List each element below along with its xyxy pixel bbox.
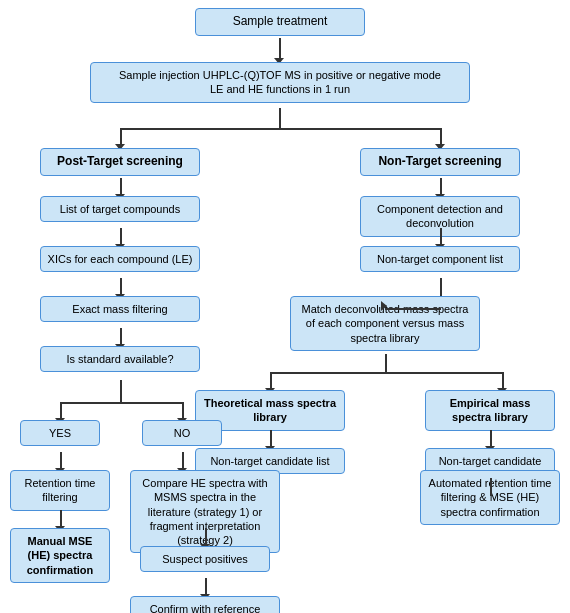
no-box: NO: [142, 420, 222, 446]
non-target-box: Non-Target screening: [360, 148, 520, 176]
non-target-list-box: Non-target component list: [360, 246, 520, 272]
yes-box: YES: [20, 420, 100, 446]
flowchart: Sample treatment Sample injection UHPLC-…: [0, 0, 570, 613]
empirical-library-box: Empirical mass spectra library: [425, 390, 555, 431]
a11h: [60, 402, 182, 404]
a10h: [270, 372, 502, 374]
is-standard-box: Is standard available?: [40, 346, 200, 372]
target-compounds-box: List of target compounds: [40, 196, 200, 222]
xics-box: XICs for each compound (LE): [40, 246, 200, 272]
confirm-standard-box: Confirm with reference standard: [130, 596, 280, 613]
a10: [385, 354, 387, 372]
a8h: [385, 308, 441, 310]
a15: [490, 478, 492, 496]
post-target-box: Post-Target screening: [40, 148, 200, 176]
arrow2: [279, 108, 281, 128]
manual-ms-box: Manual MSE (HE) spectra confirmation: [10, 528, 110, 583]
sample-treatment-box: Sample treatment: [195, 8, 365, 36]
a11: [120, 380, 122, 402]
exact-mass-box: Exact mass filtering: [40, 296, 200, 322]
a8b: [440, 278, 442, 296]
h-split: [120, 128, 440, 130]
suspect-positives-box: Suspect positives: [140, 546, 270, 572]
injection-box: Sample injection UHPLC-(Q)TOF MS in posi…: [90, 62, 470, 103]
retention-filtering-box: Retention time filtering: [10, 470, 110, 511]
arrow1: [279, 38, 281, 60]
ah8: [381, 301, 387, 311]
